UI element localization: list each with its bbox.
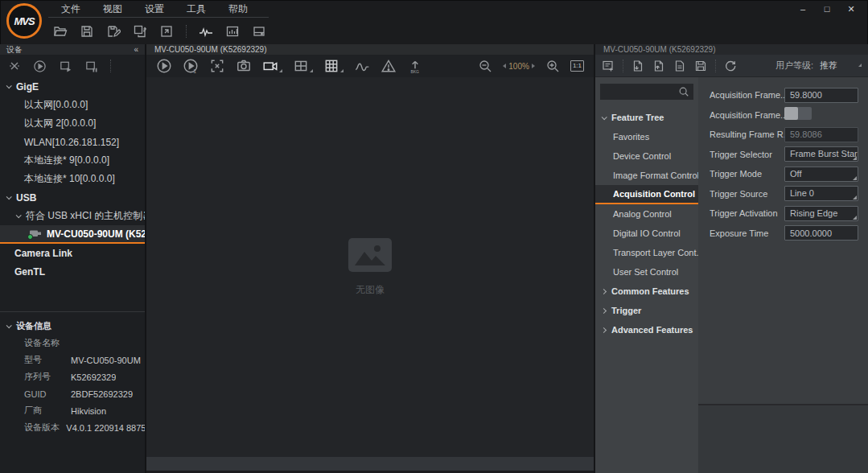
chevron-down-icon [16, 212, 22, 218]
tree-feature-tree[interactable]: Feature Tree [595, 108, 698, 127]
tree-item-wlan[interactable]: WLAN[10.26.181.152] [0, 133, 145, 151]
tree-advanced-features[interactable]: Advanced Features [595, 320, 698, 339]
image-view-area[interactable]: 无图像 [146, 77, 594, 457]
tree-item-camera-selected[interactable]: MV-CU050-90UM (K5269... [0, 225, 145, 244]
trigger-activation-select[interactable]: Rising Edge [784, 206, 858, 221]
search-input[interactable] [604, 87, 678, 97]
upload-icon[interactable]: BKG [407, 58, 423, 74]
tree-acquisition-control[interactable]: Acquisition Control [595, 185, 698, 204]
menu-help[interactable]: 帮助 [217, 0, 259, 18]
tree-digital-io-control[interactable]: Digital IO Control [595, 224, 698, 243]
menu-settings[interactable]: 设置 [134, 0, 175, 18]
user-level-control: 用户等级: 推荐 [775, 60, 862, 72]
tree-item-local10[interactable]: 本地连接* 10[0.0.0.0] [0, 170, 145, 188]
chevron-down-icon[interactable] [858, 64, 862, 67]
tree-user-set-control[interactable]: User Set Control [595, 262, 698, 282]
chart-window-icon[interactable] [225, 24, 240, 39]
tree-item-local9[interactable]: 本地连接* 9[0.0.0.0] [0, 151, 145, 170]
zoom-in-icon[interactable] [545, 59, 560, 73]
preview-tab[interactable]: MV-CU050-90UM (K52692329) [146, 44, 594, 55]
chevron-right-icon [601, 307, 607, 313]
tree-group-gige[interactable]: GigE [0, 77, 145, 96]
zoom-out-icon[interactable] [478, 59, 492, 73]
menu-file[interactable]: 文件 [50, 0, 92, 18]
feature-search [600, 84, 693, 100]
feature-toolbar: 用户等级: 推荐 [595, 55, 868, 77]
save-as-icon[interactable] [106, 24, 121, 39]
close-icon[interactable]: ✕ [842, 1, 860, 17]
trigger-mode-select[interactable]: Off [784, 167, 858, 182]
warning-icon[interactable] [381, 58, 397, 74]
minimize-icon[interactable]: – [794, 1, 812, 17]
tree-device-control[interactable]: Device Control [595, 146, 698, 166]
maximize-icon[interactable]: □ [818, 1, 836, 17]
split-view-icon[interactable] [293, 58, 313, 74]
swap-window-icon[interactable] [133, 24, 147, 39]
save-config-icon[interactable] [694, 60, 707, 72]
tree-trigger[interactable]: Trigger [595, 301, 698, 320]
tree-analog-control[interactable]: Analog Control [595, 204, 698, 224]
stop-all-icon[interactable] [84, 60, 98, 73]
tree-common-features[interactable]: Common Features [595, 282, 698, 301]
device-info-section: 设备信息 设备名称 型号 MV-CU050-90UM 序列号 K52692329… [0, 312, 145, 436]
window-controls: – □ ✕ [794, 0, 860, 18]
svg-text:1: 1 [193, 68, 196, 74]
prop-trigger-source: Trigger Source Line 0 [710, 184, 858, 204]
toggle-knob [784, 107, 798, 120]
zoom-decrease-icon[interactable] [503, 64, 506, 68]
acquisition-frame-rate-input[interactable] [784, 88, 858, 103]
tree-item-ethernet2[interactable]: 以太网 2[0.0.0.0] [0, 114, 145, 133]
search-icon[interactable] [678, 86, 689, 97]
prop-trigger-mode: Trigger Mode Off [710, 164, 858, 184]
tree-group-cameralink[interactable]: Camera Link [0, 244, 145, 262]
waveform-icon[interactable] [199, 24, 213, 39]
start-acquisition-icon[interactable] [33, 60, 47, 73]
trigger-selector-select[interactable]: Frame Burst Star [784, 146, 858, 162]
tree-item-usb-controller[interactable]: 符合 USB xHCI 的主机控制器 [0, 207, 145, 225]
frame-rate-enable-toggle[interactable] [784, 107, 812, 120]
play-circle-icon[interactable] [156, 58, 172, 74]
dropdown-corner-icon [340, 69, 343, 72]
feature-panel-title: MV-CU050-90UM (K52692329) [595, 44, 868, 55]
grid-icon[interactable] [323, 58, 343, 74]
attribute-window-icon[interactable] [602, 60, 615, 72]
tree-favorites[interactable]: Favorites [595, 127, 698, 146]
import-icon[interactable] [631, 60, 644, 72]
main-toolbar [0, 18, 868, 44]
info-row-name: 设备名称 [0, 335, 145, 352]
disk-icon[interactable] [252, 24, 266, 39]
collapse-panel-icon[interactable]: « [134, 45, 138, 54]
save-icon[interactable] [80, 24, 94, 39]
tree-transport-layer-control[interactable]: Transport Layer Cont... [595, 243, 698, 262]
export-window-icon[interactable] [159, 24, 174, 39]
refresh-icon[interactable] [724, 60, 737, 72]
disconnect-icon[interactable] [8, 60, 21, 72]
play-single-icon[interactable]: 1 [183, 58, 199, 74]
one-to-one-icon[interactable]: 1:1 [570, 60, 584, 72]
device-info-header[interactable]: 设备信息 [0, 317, 145, 335]
trigger-source-select[interactable]: Line 0 [784, 186, 858, 201]
tree-group-usb[interactable]: USB [0, 188, 145, 207]
document-icon[interactable] [673, 60, 686, 72]
menu-view[interactable]: 视图 [92, 0, 134, 18]
open-folder-icon[interactable] [53, 24, 68, 39]
histogram-icon[interactable] [354, 58, 370, 74]
user-level-select[interactable]: 推荐 [820, 60, 852, 72]
menu-tools[interactable]: 工具 [175, 0, 217, 18]
toolbar-separator [186, 25, 187, 38]
mvs-app-window: MVS 文件 视图 设置 工具 帮助 – □ ✕ 设备 « [0, 0, 868, 473]
fit-window-icon[interactable] [209, 58, 225, 74]
tree-item-ethernet[interactable]: 以太网[0.0.0.0] [0, 96, 145, 114]
snapshot-icon[interactable] [236, 58, 252, 74]
tree-group-gentl[interactable]: GenTL [0, 262, 145, 281]
tree-image-format-control[interactable]: Image Format Control [595, 166, 698, 185]
zoom-increase-icon[interactable] [532, 64, 535, 68]
device-tree: GigE 以太网[0.0.0.0] 以太网 2[0.0.0.0] WLAN[10… [0, 77, 145, 281]
info-row-vendor: 厂商 Hikvision [0, 402, 145, 419]
record-icon[interactable] [262, 58, 282, 74]
start-all-icon[interactable] [59, 60, 72, 73]
device-panel: 设备 « GigE 以太网[0.0.0.0] 以太网 2[0.0.0.0] WL… [0, 44, 146, 473]
prop-trigger-selector: Trigger Selector Frame Burst Star [710, 145, 858, 165]
exposure-time-input[interactable] [784, 225, 858, 241]
export-icon[interactable] [652, 60, 665, 72]
